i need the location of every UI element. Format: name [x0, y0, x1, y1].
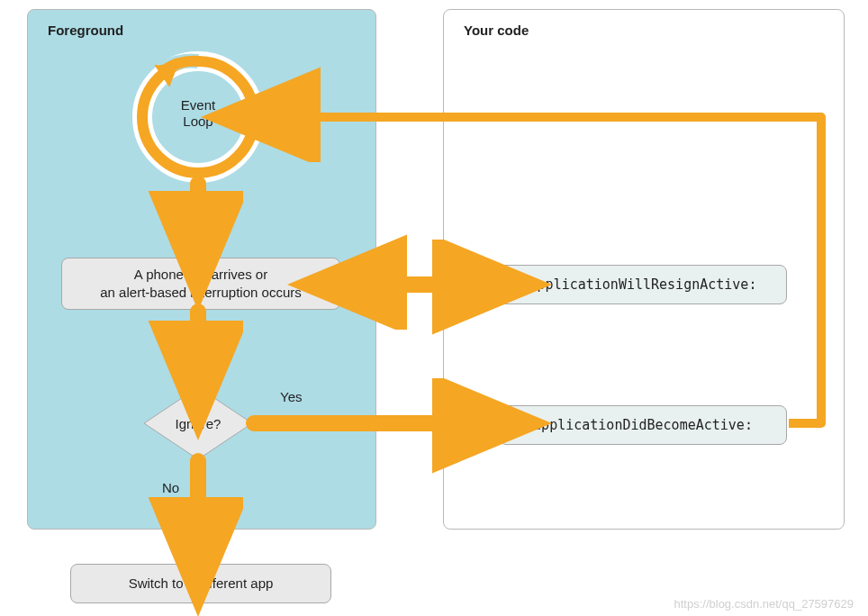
interruption-text: A phone call arrives or an alert-based i…: [100, 266, 301, 303]
event-loop-text: Event Loop: [181, 97, 215, 129]
did-become-active-node: applicationDidBecomeActive:: [499, 405, 787, 445]
will-resign-text: applicationWillResignActive:: [529, 276, 757, 294]
your-code-title: Your code: [464, 23, 529, 38]
event-loop-label: Event Loop: [126, 97, 270, 130]
will-resign-active-node: applicationWillResignActive:: [499, 265, 787, 304]
did-become-text: applicationDidBecomeActive:: [533, 416, 753, 434]
ignore-decision-node: Ignore?: [144, 387, 252, 459]
switch-app-node: Switch to a different app: [70, 564, 331, 603]
edge-label-yes: Yes: [280, 389, 302, 404]
interruption-node: A phone call arrives or an alert-based i…: [61, 258, 340, 310]
ignore-text: Ignore?: [176, 416, 222, 431]
foreground-title: Foreground: [48, 23, 123, 38]
event-loop-node: Event Loop: [126, 45, 270, 189]
edge-label-no: No: [162, 480, 179, 495]
watermark: https://blog.csdn.net/qq_27597629: [674, 597, 854, 611]
switch-app-text: Switch to a different app: [129, 575, 274, 593]
